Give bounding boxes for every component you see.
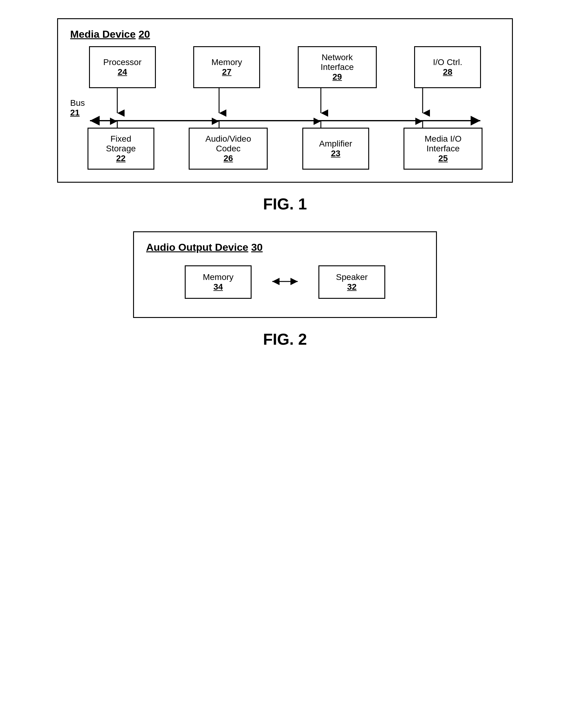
amplifier-name: Amplifier: [319, 139, 352, 149]
audio-device-label: Audio Output Device 30: [146, 241, 424, 253]
memory27-num: 27: [222, 67, 232, 77]
bus-label: Bus 21: [70, 98, 85, 117]
memory27-box: Memory 27: [193, 46, 260, 88]
av-codec-name: Audio/Video Codec: [196, 134, 261, 154]
diagram-area: Processor 24 Memory 27 Network Interface…: [70, 46, 500, 170]
memory34-name: Memory: [203, 272, 233, 282]
memory27-name: Memory: [212, 57, 242, 67]
amplifier-box: Amplifier 23: [302, 128, 369, 170]
speaker-box: Speaker 32: [318, 265, 385, 299]
av-codec-num: 26: [224, 154, 233, 163]
audio-device-num: 30: [251, 241, 263, 253]
bus-spacer: Bus 21: [70, 88, 500, 128]
amplifier-num: 23: [331, 149, 340, 158]
memory34-box: Memory 34: [185, 265, 252, 299]
processor-box: Processor 24: [89, 46, 156, 88]
top-row: Processor 24 Memory 27 Network Interface…: [70, 46, 500, 88]
arrow-svg: [270, 275, 300, 287]
fixed-storage-num: 22: [116, 154, 125, 163]
bottom-row: Fixed Storage 22 Audio/Video Codec 26 Am…: [70, 128, 500, 170]
fig2-diagram: Audio Output Device 30 Memory 34: [133, 231, 437, 318]
media-io-box: Media I/O Interface 25: [403, 128, 483, 170]
processor-num: 24: [117, 67, 127, 77]
fig1-diagram: Media Device 20: [57, 18, 513, 183]
media-io-name: Media I/O Interface: [410, 134, 476, 154]
io-ctrl-box: I/O Ctrl. 28: [414, 46, 481, 88]
speaker-num: 32: [347, 282, 356, 292]
bus-text: Bus: [70, 98, 85, 108]
media-device-label: Media Device 20: [70, 28, 500, 40]
io-ctrl-name: I/O Ctrl.: [433, 57, 462, 67]
fixed-storage-name: Fixed Storage: [94, 134, 148, 154]
bidirectional-arrow: [270, 275, 300, 289]
io-ctrl-num: 28: [443, 67, 453, 77]
fig1-caption: FIG. 1: [24, 195, 546, 213]
audio-device-name: Audio Output Device: [146, 241, 248, 253]
media-io-num: 25: [439, 154, 448, 163]
media-device-num: 20: [138, 28, 150, 40]
bus-num: 21: [70, 108, 85, 117]
speaker-name: Speaker: [336, 272, 368, 282]
fixed-storage-box: Fixed Storage 22: [87, 128, 155, 170]
media-device-name: Media Device: [70, 28, 135, 40]
fig2-inner: Memory 34 Speaker 32: [146, 265, 424, 299]
fig2-caption: FIG. 2: [24, 330, 546, 348]
processor-name: Processor: [103, 57, 141, 67]
memory34-num: 34: [213, 282, 223, 292]
av-codec-box: Audio/Video Codec 26: [189, 128, 268, 170]
network-interface-num: 29: [332, 72, 342, 82]
network-interface-name: Network Interface: [305, 53, 370, 72]
network-interface-box: Network Interface 29: [298, 46, 377, 88]
